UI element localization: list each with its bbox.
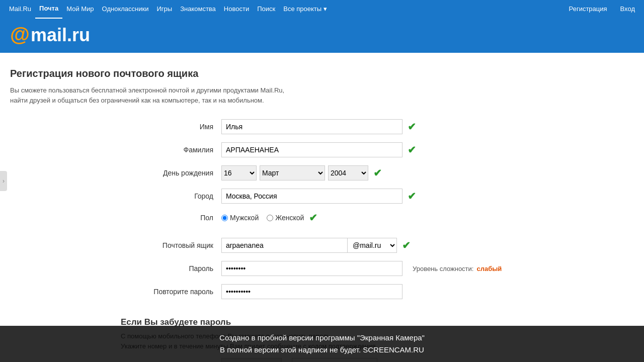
- gender-male-label[interactable]: Мужской: [221, 214, 259, 222]
- logo-brand: mail.ru: [31, 25, 90, 45]
- main-content: Регистрация нового почтового ящика Вы см…: [0, 53, 644, 362]
- birthday-field: 16 Март Январь Февраль Апрель Май Июнь И…: [221, 165, 523, 180]
- surname-row: Фамилия ✔: [121, 142, 523, 157]
- nav-pochta[interactable]: Почта: [35, 0, 62, 19]
- name-check-icon: ✔: [408, 121, 416, 133]
- name-input[interactable]: [221, 119, 403, 134]
- nav-odnoklassniki[interactable]: Одноклассники: [98, 0, 153, 18]
- password-field: Уровень сложности: слабый: [221, 261, 523, 276]
- page-description: Вы сможете пользоваться бесплатной элект…: [10, 85, 634, 105]
- surname-label: Фамилия: [121, 146, 221, 154]
- password-repeat-field: [221, 284, 523, 299]
- page-title: Регистрация нового почтового ящика: [10, 68, 634, 79]
- mailbox-row: Почтовый ящик @mail.ru @inbox.ru @list.r…: [121, 238, 523, 253]
- logo-at-symbol: @: [10, 23, 30, 45]
- gender-label: Пол: [121, 214, 221, 222]
- name-field: ✔: [221, 119, 523, 134]
- nav-novosti[interactable]: Новости: [220, 0, 253, 18]
- mailbox-check-icon: ✔: [402, 239, 411, 251]
- mailbox-input[interactable]: [221, 238, 347, 253]
- mailbox-field: @mail.ru @inbox.ru @list.ru @bk.ru ✔: [221, 238, 523, 253]
- nav-poisk[interactable]: Поиск: [253, 0, 279, 18]
- section-gap: [121, 307, 523, 317]
- city-field: ✔: [221, 189, 523, 204]
- gender-female-radio[interactable]: [267, 215, 273, 221]
- gender-female-text: Женской: [275, 214, 304, 222]
- gender-field: Мужской Женской ✔: [221, 212, 523, 224]
- logo-text: @mail.ru: [10, 23, 90, 46]
- birthday-day-select[interactable]: 16: [221, 165, 257, 180]
- birthday-row: День рождения 16 Март Январь Февраль Апр…: [121, 165, 523, 180]
- watermark-line1: Создано в пробной версии программы "Экра…: [5, 332, 639, 344]
- watermark-line2: В полной версии этой надписи не будет. S…: [5, 344, 639, 356]
- gender-male-text: Мужской: [230, 214, 259, 222]
- nav-registration[interactable]: Регистрация: [565, 0, 611, 18]
- birthday-group: 16 Март Январь Февраль Апрель Май Июнь И…: [221, 165, 368, 180]
- nav-login[interactable]: Вход: [616, 0, 639, 18]
- name-label: Имя: [121, 123, 221, 131]
- nav-znakomstva[interactable]: Знакомства: [176, 0, 220, 18]
- nav-mailru[interactable]: Mail.Ru: [5, 0, 35, 18]
- nav-moi-mir[interactable]: Мой Мир: [62, 0, 98, 18]
- nav-igry[interactable]: Игры: [152, 0, 176, 18]
- name-row: Имя ✔: [121, 119, 523, 134]
- header: @mail.ru: [0, 18, 644, 53]
- sidebar-toggle[interactable]: ›: [0, 171, 7, 191]
- logo[interactable]: @mail.ru: [10, 23, 90, 46]
- complexity-value: слабый: [476, 265, 502, 273]
- gender-female-label[interactable]: Женской: [267, 214, 304, 222]
- birthday-check-icon: ✔: [373, 167, 382, 179]
- surname-field: ✔: [221, 142, 523, 157]
- password-repeat-label: Повторите пароль: [121, 288, 221, 296]
- mailbox-group: @mail.ru @inbox.ru @list.ru @bk.ru: [221, 238, 397, 253]
- right-nav: Регистрация Вход: [565, 0, 639, 18]
- watermark-overlay: Создано в пробной версии программы "Экра…: [0, 326, 644, 362]
- password-row: Пароль Уровень сложности: слабый: [121, 261, 523, 276]
- password-repeat-row: Повторите пароль: [121, 284, 523, 299]
- city-label: Город: [121, 192, 221, 200]
- password-label: Пароль: [121, 264, 221, 273]
- birthday-label: День рождения: [121, 169, 221, 177]
- gender-group: Мужской Женской: [221, 214, 304, 222]
- city-input[interactable]: [221, 189, 403, 204]
- birthday-month-select[interactable]: Март Январь Февраль Апрель Май Июнь Июль…: [260, 165, 325, 180]
- mailbox-domain-select[interactable]: @mail.ru @inbox.ru @list.ru @bk.ru: [347, 238, 397, 253]
- surname-check-icon: ✔: [408, 144, 416, 156]
- mailbox-label: Почтовый ящик: [121, 241, 221, 249]
- complexity-label: Уровень сложности:: [413, 265, 473, 273]
- password-repeat-input[interactable]: [221, 284, 403, 299]
- gender-male-radio[interactable]: [221, 215, 228, 221]
- nav-vse-proekty[interactable]: Все проекты ▾: [279, 0, 331, 18]
- city-check-icon: ✔: [408, 190, 416, 202]
- birthday-year-select[interactable]: 2004: [328, 165, 368, 180]
- spacer1: [121, 232, 523, 238]
- gender-row: Пол Мужской Женской ✔: [121, 212, 523, 224]
- gender-check-icon: ✔: [309, 212, 317, 224]
- surname-input[interactable]: [221, 142, 403, 157]
- city-row: Город ✔: [121, 189, 523, 204]
- top-navigation: Mail.Ru Почта Мой Мир Одноклассники Игры…: [0, 0, 644, 18]
- password-input[interactable]: [221, 261, 403, 276]
